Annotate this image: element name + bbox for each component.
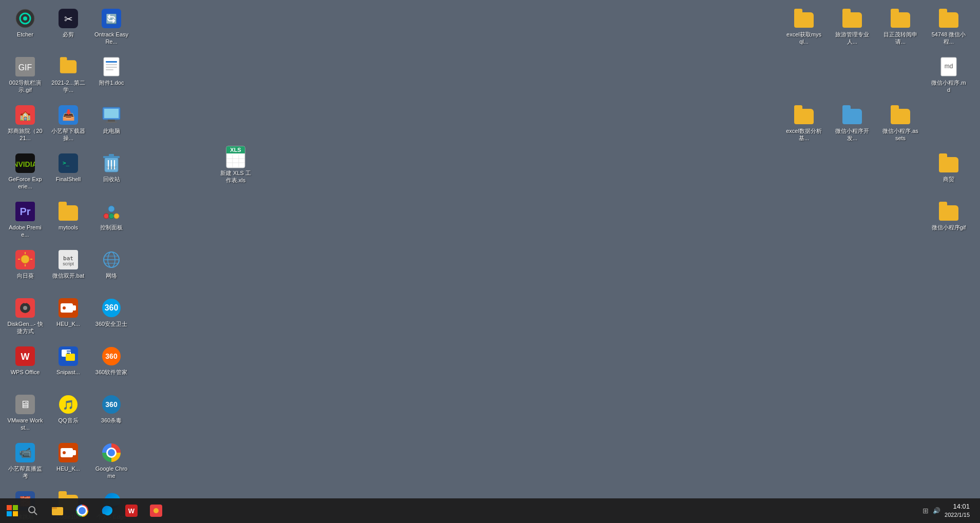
icon-center-xls[interactable]: XLS 新建 XLS 工作表.xls bbox=[216, 144, 256, 186]
etcher-icon bbox=[15, 8, 35, 29]
svg-rect-58 bbox=[70, 305, 76, 311]
svg-point-34 bbox=[108, 206, 114, 212]
heuk2-label: HEU_K... bbox=[56, 465, 80, 472]
bijian-label: 必剪 bbox=[63, 31, 74, 38]
taskbar-wps[interactable]: W bbox=[120, 499, 143, 522]
wechat-assets-label: 微信小程序.assets bbox=[882, 127, 918, 142]
vmware-icon: 🖥 bbox=[15, 394, 35, 415]
360kill-label: 360杀毒 bbox=[101, 417, 122, 424]
icon-net[interactable]: 网络 bbox=[91, 246, 131, 293]
icon-bijian[interactable]: ✂ 必剪 bbox=[48, 5, 88, 51]
icon-doc[interactable]: 附件1.doc bbox=[91, 53, 131, 100]
controlpanel-label: 控制面板 bbox=[100, 224, 123, 231]
icon-wechat-md[interactable]: md 微信小程序.md bbox=[929, 53, 969, 100]
icon-qqmusic[interactable]: 🎵 QQ音乐 bbox=[48, 391, 88, 437]
svg-rect-103 bbox=[13, 511, 18, 516]
icon-heuk1[interactable]: HEU_K... bbox=[48, 295, 88, 341]
svg-rect-81 bbox=[70, 450, 76, 455]
taskbar-xiangrigu[interactable] bbox=[145, 499, 167, 522]
svg-point-35 bbox=[104, 214, 109, 219]
svg-text:360: 360 bbox=[105, 303, 119, 312]
icon-002gif[interactable]: GIF 002导航栏演示.gif bbox=[5, 53, 45, 100]
icon-thispc[interactable]: 此电脑 bbox=[91, 102, 131, 148]
icon-360kill[interactable]: 360 360杀毒 bbox=[91, 391, 131, 437]
icon-wechat-dev[interactable]: 微信小程序开发... bbox=[832, 102, 872, 148]
taskbar-chrome[interactable] bbox=[71, 499, 93, 522]
icon-weichat2[interactable]: bat script 微信双开.bat bbox=[48, 246, 88, 293]
svg-line-105 bbox=[34, 512, 37, 515]
icon-geforce[interactable]: NVIDIA GeForce Experie... bbox=[5, 150, 45, 196]
svg-text:W: W bbox=[128, 507, 135, 515]
icon-heuk2[interactable]: HEU_K... bbox=[48, 439, 88, 486]
icon-adobepr[interactable]: Pr Adobe Premie... bbox=[5, 198, 45, 244]
icon-wechat-gif[interactable]: 微信小程序gif bbox=[929, 198, 969, 244]
icon-xiaoyi[interactable]: 📥 小艺帮下载器操... bbox=[48, 102, 88, 148]
icon-360safe[interactable]: 360 360安全卫士 bbox=[91, 295, 131, 341]
svg-point-111 bbox=[153, 508, 159, 513]
svg-rect-10 bbox=[106, 61, 117, 63]
svg-point-36 bbox=[109, 214, 114, 219]
icon-xiaoyi2[interactable]: 📹 小艺帮直播监考 bbox=[5, 439, 45, 486]
svg-text:W: W bbox=[21, 352, 30, 362]
taskbar-edge[interactable] bbox=[95, 499, 118, 522]
svg-text:🔄: 🔄 bbox=[106, 13, 118, 25]
diskgenius-icon bbox=[15, 298, 35, 318]
icon-wechat-assets[interactable]: 微信小程序.assets bbox=[880, 102, 920, 148]
54748-icon bbox=[938, 8, 959, 29]
wps-icon: W bbox=[15, 346, 35, 366]
icon-360soft[interactable]: 360 360软件管家 bbox=[91, 343, 131, 389]
net-label: 网络 bbox=[106, 272, 117, 279]
icon-zhengshang[interactable]: 🏫 郑商旅院（2021... bbox=[5, 102, 45, 148]
icon-diskgenius[interactable]: DiskGen...- 快捷方式 bbox=[5, 295, 45, 341]
icon-controlpanel[interactable]: 控制面板 bbox=[91, 198, 131, 244]
wps-label: WPS Office bbox=[11, 369, 40, 376]
icon-etcher[interactable]: Etcher bbox=[5, 5, 45, 51]
heuk2-icon bbox=[58, 442, 79, 463]
geforce-label: GeForce Experie... bbox=[7, 176, 43, 190]
icon-excel1[interactable]: excel获取mysql... bbox=[784, 5, 824, 51]
icon-snipaste[interactable]: Snipast... bbox=[48, 343, 88, 389]
icon-recyclebin[interactable]: 回收站 bbox=[91, 150, 131, 196]
icon-mytools[interactable]: mytools bbox=[48, 198, 88, 244]
heuk1-icon bbox=[58, 298, 79, 318]
360safe-label: 360安全卫士 bbox=[95, 320, 127, 327]
icon-wps[interactable]: W WPS Office bbox=[5, 343, 45, 389]
recyclebin-icon bbox=[101, 153, 122, 173]
icon-xiangrigu[interactable]: 向日葵 bbox=[5, 246, 45, 293]
adobepr-icon: Pr bbox=[15, 201, 35, 222]
icon-travel[interactable]: 旅游管理专业人... bbox=[832, 5, 872, 51]
002gif-icon: GIF bbox=[15, 56, 35, 77]
desktop: Etcher ✂ 必剪 🔄 Ontrack Easy Re... bbox=[0, 0, 980, 523]
icon-54748[interactable]: 54748 微信小程... bbox=[929, 5, 969, 51]
icon-vmware[interactable]: 🖥 VMware Workst... bbox=[5, 391, 45, 437]
clock-time: 14:01 bbox=[945, 502, 970, 511]
svg-rect-12 bbox=[106, 67, 117, 68]
svg-rect-11 bbox=[106, 64, 117, 65]
svg-text:🎵: 🎵 bbox=[63, 399, 74, 411]
tray-volume[interactable]: 🔊 bbox=[933, 507, 940, 514]
icon-ontrack[interactable]: 🔄 Ontrack Easy Re... bbox=[91, 5, 131, 51]
svg-text:NVIDIA: NVIDIA bbox=[15, 160, 35, 168]
icon-chrome[interactable]: Google Chrome bbox=[91, 439, 131, 486]
icon-2021[interactable]: 2021-2...第二学... bbox=[48, 53, 88, 100]
xiaoyi2-label: 小艺帮直播监考 bbox=[7, 465, 43, 480]
tray-network[interactable]: ⊞ bbox=[923, 507, 929, 515]
mytools-label: mytools bbox=[59, 224, 78, 231]
wechat-assets-icon bbox=[890, 105, 911, 125]
vmware-label: VMware Workst... bbox=[7, 417, 43, 432]
svg-rect-101 bbox=[13, 505, 18, 510]
start-button[interactable] bbox=[0, 498, 25, 523]
taskbar-search[interactable] bbox=[25, 498, 41, 523]
wechat-gif-label: 微信小程序gif bbox=[932, 224, 966, 231]
taskbar-explorer[interactable] bbox=[46, 499, 69, 522]
icon-muzheng[interactable]: 目正茂转阅申请... bbox=[880, 5, 920, 51]
icon-exceljishu[interactable]: excel数据分析基... bbox=[784, 102, 824, 148]
icon-finalshell[interactable]: >_ FinalShell bbox=[48, 150, 88, 196]
system-clock: 14:01 2022/1/15 bbox=[945, 502, 974, 519]
svg-rect-19 bbox=[104, 109, 119, 118]
svg-text:GIF: GIF bbox=[18, 63, 32, 72]
taskbar-pinned-icons: W bbox=[41, 499, 923, 522]
mytools-icon bbox=[58, 201, 79, 222]
360safe-icon: 360 bbox=[101, 298, 122, 318]
icon-shangmao[interactable]: 商贸 bbox=[929, 150, 969, 196]
